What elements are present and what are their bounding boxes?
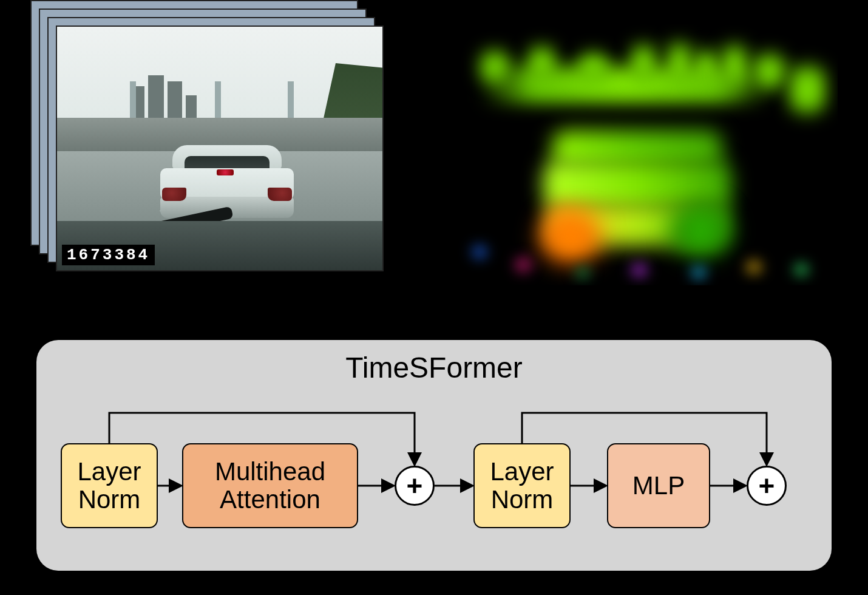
block-mlp: MLP xyxy=(607,443,710,528)
frame-timestamp: 1673384 xyxy=(62,245,155,265)
activation-speck xyxy=(467,243,492,261)
activation-vehicle xyxy=(546,131,728,258)
block-layer-norm-1: Layer Norm xyxy=(61,443,158,528)
figure-inputs-row: 1673384 xyxy=(0,0,868,316)
block-layer-norm-2: Layer Norm xyxy=(473,443,571,528)
video-frame-stack: 1673384 xyxy=(30,0,388,279)
dashcam-scene: 1673384 xyxy=(57,27,382,270)
video-frame-front: 1673384 xyxy=(56,25,384,271)
block-add-1: + xyxy=(395,466,435,506)
timesformer-block-diagram: TimeSFormer Layer Norm Multihead Attenti… xyxy=(36,340,832,571)
block-add-2: + xyxy=(747,466,787,506)
block-multihead-attention: Multihead Attention xyxy=(182,443,358,528)
diagram-title: TimeSFormer xyxy=(36,351,832,384)
activation-map xyxy=(425,24,838,285)
